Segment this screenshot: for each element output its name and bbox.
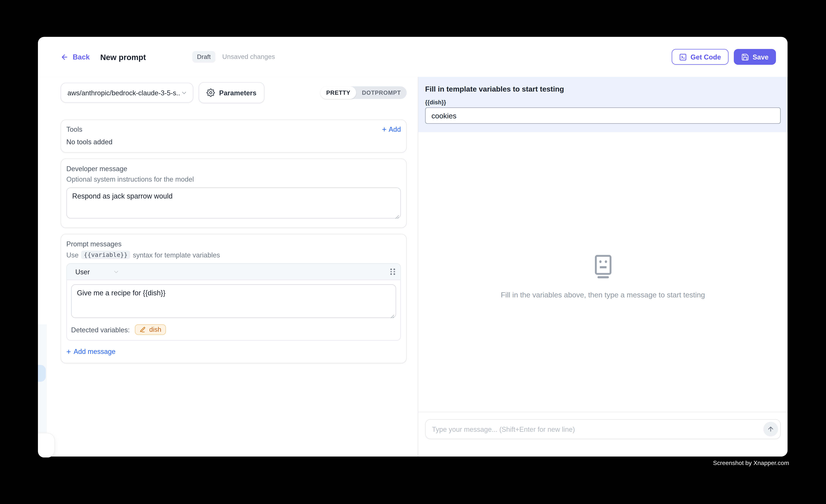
message-block: User Give me a recipe for {{dish}}: [66, 263, 401, 340]
add-message-label: Add message: [74, 348, 115, 356]
syntax-suffix: syntax for template variables: [133, 251, 220, 259]
developer-message-textarea[interactable]: Respond as jack sparrow would: [66, 187, 401, 218]
save-label: Save: [753, 53, 769, 61]
toggle-dotprompt[interactable]: DOTPROMPT: [356, 86, 407, 99]
chat-message-input[interactable]: Type your message... (Shift+Enter for ne…: [425, 419, 781, 439]
add-tool-label: Add: [389, 125, 401, 133]
developer-message-title: Developer message: [66, 165, 401, 173]
toggle-pretty[interactable]: PRETTY: [320, 86, 356, 99]
parameters-label: Parameters: [219, 89, 256, 97]
gear-icon: [206, 88, 215, 97]
watermark-text: Screenshot by Xnapper.com: [713, 460, 789, 466]
drag-handle-icon[interactable]: [390, 268, 395, 275]
header-actions: Get Code Save: [671, 49, 776, 65]
chat-input-bar: Type your message... (Shift+Enter for ne…: [418, 412, 787, 456]
chevron-down-icon: [181, 89, 187, 96]
unsaved-changes-label: Unsaved changes: [222, 53, 275, 60]
app-header: Back New prompt Draft Unsaved changes Ge…: [38, 37, 787, 77]
variable-chip-label: dish: [149, 326, 161, 333]
plus-icon: +: [66, 347, 71, 356]
up-arrow-icon: [767, 425, 774, 433]
chat-input-placeholder: Type your message... (Shift+Enter for ne…: [432, 425, 575, 433]
app-window: Back New prompt Draft Unsaved changes Ge…: [38, 37, 787, 456]
tools-title: Tools: [66, 125, 82, 133]
back-label: Back: [73, 53, 90, 61]
screenshot-canvas: Back New prompt Draft Unsaved changes Ge…: [0, 0, 826, 504]
resize-handle-icon[interactable]: [395, 215, 399, 219]
chat-empty-state: Fill in the variables above, then type a…: [418, 132, 787, 412]
tools-empty-text: No tools added: [66, 138, 401, 146]
developer-message-card: Developer message Optional system instru…: [61, 159, 407, 228]
role-select[interactable]: User: [75, 268, 120, 276]
template-variables-section: Fill in template variables to start test…: [418, 77, 787, 132]
chevron-down-icon: [113, 268, 120, 275]
get-code-button[interactable]: Get Code: [671, 49, 728, 65]
page-title: New prompt: [100, 52, 146, 61]
add-message-button[interactable]: + Add message: [66, 347, 401, 356]
syntax-hint: Use {{variable}} syntax for template var…: [66, 251, 401, 259]
fill-variables-title: Fill in template variables to start test…: [425, 85, 781, 93]
view-mode-toggle: PRETTY DOTPROMPT: [320, 86, 407, 99]
developer-message-subtitle: Optional system instructions for the mod…: [66, 175, 401, 183]
role-select-value: User: [75, 268, 90, 276]
dish-variable-input[interactable]: [425, 107, 781, 124]
model-toolbar: aws/anthropic/bedrock-claude-3-5-s... Pa…: [61, 82, 407, 103]
tester-panel: Fill in template variables to start test…: [418, 77, 787, 456]
message-body: Give me a recipe for {{dish}} Detected v…: [67, 280, 400, 340]
back-arrow-icon: [61, 53, 68, 61]
terminal-square-icon: [679, 53, 687, 61]
parameters-button[interactable]: Parameters: [198, 82, 264, 103]
message-header: User: [67, 264, 400, 280]
message-textarea[interactable]: Give me a recipe for {{dish}}: [71, 284, 396, 318]
prompt-editor-panel: aws/anthropic/bedrock-claude-3-5-s... Pa…: [38, 77, 418, 456]
tools-card: Tools + Add No tools added: [61, 120, 407, 153]
robot-face-icon: [592, 255, 613, 279]
prompt-messages-card: Prompt messages Use {{variable}} syntax …: [61, 234, 407, 363]
status-badge: Draft: [192, 51, 216, 63]
syntax-prefix: Use: [66, 251, 79, 259]
clipped-sidebar-highlight: [38, 365, 46, 382]
back-button[interactable]: Back: [61, 53, 90, 61]
detected-variables-row: Detected variables: dish: [71, 324, 396, 335]
plus-icon: +: [382, 126, 387, 133]
prompt-messages-title: Prompt messages: [66, 240, 401, 248]
add-tool-button[interactable]: + Add: [382, 125, 401, 133]
save-button[interactable]: Save: [733, 49, 776, 65]
variable-chip-dish[interactable]: dish: [135, 324, 166, 335]
pencil-line-icon: [140, 326, 146, 333]
floppy-disk-icon: [741, 53, 749, 61]
model-select-value: aws/anthropic/bedrock-claude-3-5-s...: [67, 89, 181, 97]
syntax-code: {{variable}}: [81, 251, 130, 259]
clipped-floating-panel: [38, 433, 55, 458]
dish-variable-label: {{dish}}: [425, 99, 781, 106]
chat-empty-text: Fill in the variables above, then type a…: [501, 291, 705, 299]
resize-handle-icon[interactable]: [390, 314, 395, 318]
detected-variables-label: Detected variables:: [71, 326, 130, 334]
send-button[interactable]: [763, 422, 778, 437]
get-code-label: Get Code: [691, 53, 721, 61]
model-select[interactable]: aws/anthropic/bedrock-claude-3-5-s...: [61, 83, 193, 103]
